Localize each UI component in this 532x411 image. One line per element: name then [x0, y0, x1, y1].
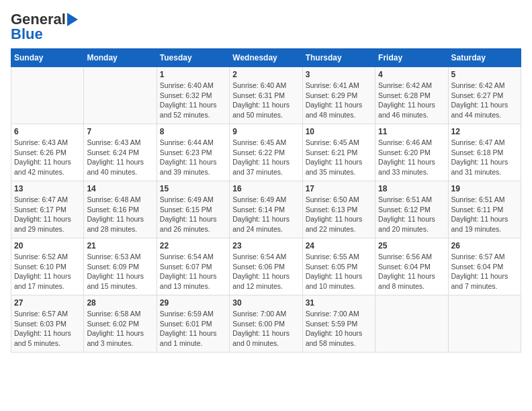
day-info: Sunrise: 6:46 AMSunset: 6:20 PMDaylight:… — [378, 138, 445, 177]
day-info: Sunrise: 6:54 AMSunset: 6:07 PMDaylight:… — [160, 252, 226, 291]
calendar-cell: 2Sunrise: 6:40 AMSunset: 6:31 PMDaylight… — [230, 67, 302, 124]
header-saturday: Saturday — [448, 49, 521, 67]
calendar-week-1: 1Sunrise: 6:40 AMSunset: 6:32 PMDaylight… — [11, 67, 521, 124]
calendar-cell: 6Sunrise: 6:43 AMSunset: 6:26 PMDaylight… — [11, 124, 84, 181]
day-number: 15 — [160, 184, 226, 193]
calendar-cell: 7Sunrise: 6:43 AMSunset: 6:24 PMDaylight… — [84, 124, 157, 181]
calendar-cell — [375, 295, 448, 353]
day-number: 10 — [306, 127, 372, 136]
day-number: 29 — [160, 298, 226, 308]
day-number: 3 — [306, 70, 372, 79]
calendar-week-4: 20Sunrise: 6:52 AMSunset: 6:10 PMDayligh… — [11, 238, 521, 295]
day-number: 23 — [232, 241, 299, 250]
day-number: 17 — [306, 184, 372, 193]
header-thursday: Thursday — [302, 49, 375, 67]
header-tuesday: Tuesday — [157, 49, 229, 67]
day-number: 8 — [160, 127, 226, 136]
calendar-cell: 4Sunrise: 6:42 AMSunset: 6:28 PMDaylight… — [375, 67, 448, 124]
day-info: Sunrise: 7:00 AMSunset: 6:00 PMDaylight:… — [232, 309, 299, 349]
day-info: Sunrise: 6:47 AMSunset: 6:18 PMDaylight:… — [451, 138, 518, 177]
day-info: Sunrise: 7:00 AMSunset: 5:59 PMDaylight:… — [306, 309, 372, 349]
page-header: General Blue — [11, 11, 521, 43]
calendar-cell: 24Sunrise: 6:55 AMSunset: 6:05 PMDayligh… — [302, 238, 375, 295]
calendar-cell: 1Sunrise: 6:40 AMSunset: 6:32 PMDaylight… — [157, 67, 229, 124]
logo-arrow-icon — [67, 13, 78, 26]
day-info: Sunrise: 6:57 AMSunset: 6:04 PMDaylight:… — [451, 252, 518, 291]
day-number: 26 — [451, 241, 518, 250]
day-info: Sunrise: 6:56 AMSunset: 6:04 PMDaylight:… — [378, 252, 445, 291]
day-number: 18 — [378, 184, 445, 193]
calendar-cell: 13Sunrise: 6:47 AMSunset: 6:17 PMDayligh… — [11, 181, 84, 238]
day-number: 2 — [232, 70, 299, 79]
day-info: Sunrise: 6:47 AMSunset: 6:17 PMDaylight:… — [14, 195, 81, 234]
calendar-week-3: 13Sunrise: 6:47 AMSunset: 6:17 PMDayligh… — [11, 181, 521, 238]
day-number: 1 — [160, 70, 226, 79]
day-info: Sunrise: 6:40 AMSunset: 6:32 PMDaylight:… — [160, 81, 226, 120]
calendar-cell: 16Sunrise: 6:49 AMSunset: 6:14 PMDayligh… — [230, 181, 302, 238]
logo: General Blue — [11, 11, 78, 43]
day-number: 11 — [378, 127, 445, 136]
day-number: 6 — [14, 127, 81, 136]
calendar-cell: 12Sunrise: 6:47 AMSunset: 6:18 PMDayligh… — [448, 124, 521, 181]
day-number: 9 — [232, 127, 299, 136]
day-info: Sunrise: 6:50 AMSunset: 6:13 PMDaylight:… — [306, 195, 372, 234]
calendar-cell: 27Sunrise: 6:57 AMSunset: 6:03 PMDayligh… — [11, 295, 84, 353]
day-number: 5 — [451, 70, 518, 79]
day-number: 13 — [14, 184, 81, 193]
header-friday: Friday — [375, 49, 448, 67]
day-info: Sunrise: 6:42 AMSunset: 6:27 PMDaylight:… — [451, 81, 518, 120]
calendar-cell: 8Sunrise: 6:44 AMSunset: 6:23 PMDaylight… — [157, 124, 229, 181]
calendar-cell: 21Sunrise: 6:53 AMSunset: 6:09 PMDayligh… — [84, 238, 157, 295]
day-number: 4 — [378, 70, 445, 79]
day-number: 25 — [378, 241, 445, 250]
calendar-table: SundayMondayTuesdayWednesdayThursdayFrid… — [11, 48, 521, 353]
day-info: Sunrise: 6:51 AMSunset: 6:11 PMDaylight:… — [451, 195, 518, 234]
day-info: Sunrise: 6:40 AMSunset: 6:31 PMDaylight:… — [232, 81, 299, 120]
calendar-cell: 22Sunrise: 6:54 AMSunset: 6:07 PMDayligh… — [157, 238, 229, 295]
day-info: Sunrise: 6:52 AMSunset: 6:10 PMDaylight:… — [14, 252, 81, 291]
day-info: Sunrise: 6:51 AMSunset: 6:12 PMDaylight:… — [378, 195, 445, 234]
day-number: 22 — [160, 241, 226, 250]
day-info: Sunrise: 6:54 AMSunset: 6:06 PMDaylight:… — [232, 252, 299, 291]
calendar-cell: 15Sunrise: 6:49 AMSunset: 6:15 PMDayligh… — [157, 181, 229, 238]
calendar-cell: 30Sunrise: 7:00 AMSunset: 6:00 PMDayligh… — [230, 295, 302, 353]
day-number: 20 — [14, 241, 81, 250]
day-info: Sunrise: 6:48 AMSunset: 6:16 PMDaylight:… — [87, 195, 153, 234]
day-info: Sunrise: 6:55 AMSunset: 6:05 PMDaylight:… — [306, 252, 372, 291]
day-info: Sunrise: 6:43 AMSunset: 6:26 PMDaylight:… — [14, 138, 81, 177]
calendar-cell — [84, 67, 157, 124]
day-number: 30 — [232, 298, 299, 308]
header-monday: Monday — [84, 49, 157, 67]
day-info: Sunrise: 6:49 AMSunset: 6:15 PMDaylight:… — [160, 195, 226, 234]
calendar-cell — [448, 295, 521, 353]
calendar-cell: 19Sunrise: 6:51 AMSunset: 6:11 PMDayligh… — [448, 181, 521, 238]
calendar-cell: 9Sunrise: 6:45 AMSunset: 6:22 PMDaylight… — [230, 124, 302, 181]
day-info: Sunrise: 6:41 AMSunset: 6:29 PMDaylight:… — [306, 81, 372, 120]
day-number: 28 — [87, 298, 153, 308]
calendar-header-row: SundayMondayTuesdayWednesdayThursdayFrid… — [11, 49, 521, 67]
calendar-week-2: 6Sunrise: 6:43 AMSunset: 6:26 PMDaylight… — [11, 124, 521, 181]
day-number: 19 — [451, 184, 518, 193]
calendar-week-5: 27Sunrise: 6:57 AMSunset: 6:03 PMDayligh… — [11, 295, 521, 353]
day-info: Sunrise: 6:45 AMSunset: 6:22 PMDaylight:… — [232, 138, 299, 177]
calendar-cell: 10Sunrise: 6:45 AMSunset: 6:21 PMDayligh… — [302, 124, 375, 181]
calendar-cell: 14Sunrise: 6:48 AMSunset: 6:16 PMDayligh… — [84, 181, 157, 238]
day-info: Sunrise: 6:57 AMSunset: 6:03 PMDaylight:… — [14, 309, 81, 349]
day-number: 31 — [306, 298, 372, 308]
header-sunday: Sunday — [11, 49, 84, 67]
calendar-cell: 23Sunrise: 6:54 AMSunset: 6:06 PMDayligh… — [230, 238, 302, 295]
calendar-cell: 25Sunrise: 6:56 AMSunset: 6:04 PMDayligh… — [375, 238, 448, 295]
day-info: Sunrise: 6:44 AMSunset: 6:23 PMDaylight:… — [160, 138, 226, 177]
day-number: 21 — [87, 241, 153, 250]
calendar-cell: 20Sunrise: 6:52 AMSunset: 6:10 PMDayligh… — [11, 238, 84, 295]
day-number: 27 — [14, 298, 81, 308]
calendar-cell: 28Sunrise: 6:58 AMSunset: 6:02 PMDayligh… — [84, 295, 157, 353]
day-info: Sunrise: 6:43 AMSunset: 6:24 PMDaylight:… — [87, 138, 153, 177]
day-info: Sunrise: 6:42 AMSunset: 6:28 PMDaylight:… — [378, 81, 445, 120]
day-number: 16 — [232, 184, 299, 193]
calendar-cell: 31Sunrise: 7:00 AMSunset: 5:59 PMDayligh… — [302, 295, 375, 353]
day-info: Sunrise: 6:49 AMSunset: 6:14 PMDaylight:… — [232, 195, 299, 234]
calendar-cell: 29Sunrise: 6:59 AMSunset: 6:01 PMDayligh… — [157, 295, 229, 353]
calendar-cell: 5Sunrise: 6:42 AMSunset: 6:27 PMDaylight… — [448, 67, 521, 124]
day-number: 12 — [451, 127, 518, 136]
